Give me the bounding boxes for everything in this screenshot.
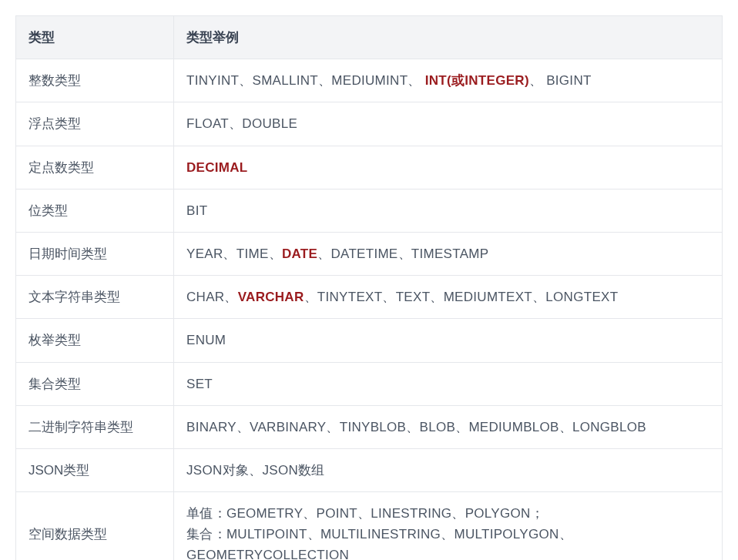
example-cell: DECIMAL [174, 146, 723, 189]
example-cell: JSON对象、JSON数组 [174, 448, 723, 491]
plain-text: SET [186, 377, 213, 391]
example-cell: 单值：GEOMETRY、POINT、LINESTRING、POLYGON；集合：… [174, 492, 723, 560]
type-cell: 位类型 [16, 189, 174, 232]
plain-text: TINYINT、SMALLINT、MEDIUMINT、 [186, 73, 425, 88]
type-cell: 日期时间类型 [16, 232, 174, 275]
type-cell: 浮点类型 [16, 102, 174, 146]
plain-text: BINARY、VARBINARY、TINYBLOB、BLOB、MEDIUMBLO… [186, 420, 646, 434]
example-cell: CHAR、VARCHAR、TINYTEXT、TEXT、MEDIUMTEXT、LO… [174, 276, 723, 319]
plain-text: 集合：MULTIPOINT、MULTILINESTRING、MULTIPOLYG… [186, 527, 572, 560]
example-cell: YEAR、TIME、DATE、DATETIME、TIMESTAMP [174, 232, 723, 275]
table-row: 浮点类型FLOAT、DOUBLE [16, 102, 723, 146]
plain-text: 、 BIGINT [529, 73, 592, 88]
table-row: 枚举类型ENUM [16, 319, 723, 362]
highlight-text: DECIMAL [186, 160, 248, 175]
table-row: 文本字符串类型CHAR、VARCHAR、TINYTEXT、TEXT、MEDIUM… [16, 276, 723, 319]
plain-text: FLOAT、DOUBLE [186, 116, 297, 131]
example-cell: ENUM [174, 319, 723, 362]
type-cell: 定点数类型 [16, 146, 174, 189]
table-row: 空间数据类型单值：GEOMETRY、POINT、LINESTRING、POLYG… [16, 492, 723, 560]
plain-text: 、TINYTEXT、TEXT、MEDIUMTEXT、LONGTEXT [304, 290, 619, 304]
type-cell: 整数类型 [16, 59, 174, 102]
type-cell: 空间数据类型 [16, 492, 174, 560]
plain-text: CHAR、 [186, 290, 238, 304]
datatype-table-wrapper: 类型 类型举例 整数类型TINYINT、SMALLINT、MEDIUMINT、 … [15, 15, 723, 560]
type-cell: 集合类型 [16, 362, 174, 405]
type-cell: 文本字符串类型 [16, 276, 174, 319]
header-type: 类型 [16, 16, 174, 59]
example-cell: FLOAT、DOUBLE [174, 102, 723, 146]
example-cell: SET [174, 362, 723, 405]
table-row: JSON类型JSON对象、JSON数组 [16, 448, 723, 491]
table-row: 位类型BIT [16, 189, 723, 232]
example-cell: TINYINT、SMALLINT、MEDIUMINT、 INT(或INTEGER… [174, 59, 723, 102]
plain-text: ENUM [186, 333, 226, 347]
highlight-text: INT(或INTEGER) [425, 73, 529, 88]
table-row: 二进制字符串类型BINARY、VARBINARY、TINYBLOB、BLOB、M… [16, 405, 723, 448]
datatype-table: 类型 类型举例 整数类型TINYINT、SMALLINT、MEDIUMINT、 … [15, 15, 723, 560]
table-row: 日期时间类型YEAR、TIME、DATE、DATETIME、TIMESTAMP [16, 232, 723, 275]
type-cell: 二进制字符串类型 [16, 405, 174, 448]
type-cell: 枚举类型 [16, 319, 174, 362]
plain-text: 单值：GEOMETRY、POINT、LINESTRING、POLYGON； [186, 506, 544, 521]
example-cell: BIT [174, 189, 723, 232]
table-row: 集合类型SET [16, 362, 723, 405]
table-row: 定点数类型DECIMAL [16, 146, 723, 189]
type-cell: JSON类型 [16, 448, 174, 491]
plain-text: JSON对象、JSON数组 [186, 463, 325, 478]
highlight-text: VARCHAR [238, 290, 304, 304]
plain-text: YEAR、TIME、 [186, 246, 282, 261]
plain-text: BIT [186, 203, 207, 218]
highlight-text: DATE [282, 246, 317, 261]
table-row: 整数类型TINYINT、SMALLINT、MEDIUMINT、 INT(或INT… [16, 59, 723, 102]
plain-text: 、DATETIME、TIMESTAMP [317, 246, 488, 261]
header-example: 类型举例 [174, 16, 723, 59]
example-cell: BINARY、VARBINARY、TINYBLOB、BLOB、MEDIUMBLO… [174, 405, 723, 448]
